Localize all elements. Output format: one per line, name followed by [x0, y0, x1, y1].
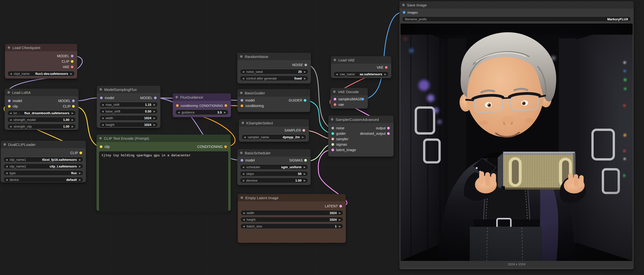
combo-left-arrow-icon[interactable]: ◀	[102, 110, 104, 113]
combo-left-arrow-icon[interactable]: ◀	[6, 172, 8, 174]
widget-sampler-name[interactable]: ◀sampler_namedpmpp_2m▶	[241, 134, 306, 140]
combo-right-arrow-icon[interactable]: ▶	[224, 111, 226, 114]
node-header[interactable]: FluxGuidance	[173, 93, 231, 101]
port-vae-output[interactable]	[71, 66, 74, 68]
combo-right-arrow-icon[interactable]: ▶	[72, 118, 74, 121]
widget-clip-name1[interactable]: ◀clip_name1t5xxl_fp16.safetensors▶	[3, 157, 84, 162]
node-random-noise[interactable]: RandomNoise NOISE ◀noise_seed25▶ ◀contro…	[237, 53, 311, 84]
collapse-dot-icon[interactable]	[176, 96, 178, 98]
combo-right-arrow-icon[interactable]: ▶	[72, 112, 74, 114]
port-guider-output[interactable]	[304, 99, 306, 102]
port-model-output[interactable]	[154, 97, 157, 99]
collapse-dot-icon[interactable]	[8, 91, 10, 94]
node-header[interactable]: SamplerCustomAdvanced	[328, 116, 394, 123]
port-sampler-input[interactable]	[332, 138, 334, 140]
link-sigmas[interactable]	[308, 144, 330, 161]
widget-height[interactable]: ◀height1024▶	[240, 217, 343, 222]
port-model-output[interactable]	[72, 100, 75, 102]
combo-left-arrow-icon[interactable]: ◀	[178, 111, 180, 114]
node-header[interactable]: BasicScheduler	[237, 149, 310, 157]
port-conditioning-output[interactable]	[224, 145, 227, 148]
combo-left-arrow-icon[interactable]: ◀	[242, 77, 244, 80]
port-conditioning-input[interactable]	[176, 104, 179, 107]
port-clip-output[interactable]	[80, 152, 82, 154]
combo-left-arrow-icon[interactable]: ◀	[6, 178, 8, 181]
port-clip-input[interactable]	[8, 105, 11, 108]
combo-left-arrow-icon[interactable]: ◀	[10, 118, 12, 121]
port-sampler-output[interactable]	[302, 129, 305, 132]
collapse-dot-icon[interactable]	[402, 4, 405, 6]
node-dual-clip-loader[interactable]: DualCLIPLoader CLIP ◀clip_name1t5xxl_fp1…	[1, 141, 86, 182]
node-header[interactable]: RandomNoise	[237, 53, 311, 60]
port-image-output[interactable]	[361, 98, 364, 101]
combo-right-arrow-icon[interactable]: ▶	[79, 158, 81, 161]
node-clip-text-encode[interactable]: CLIP Text Encode (Prompt) clipCONDITIONI…	[96, 135, 231, 211]
collapse-dot-icon[interactable]	[242, 122, 244, 124]
link-guider[interactable]	[308, 100, 330, 134]
port-images-input[interactable]	[403, 11, 406, 14]
port-output-output[interactable]	[387, 127, 390, 130]
node-sampler-custom-advanced[interactable]: SamplerCustomAdvanced noiseoutput guider…	[328, 116, 394, 157]
prompt-textarea[interactable]: tjtoy toy holding sparkgpu gpu in a data…	[99, 151, 228, 213]
node-vae-decode[interactable]: VAE Decode samplesIMAGE vae	[330, 88, 368, 109]
collapse-dot-icon[interactable]	[331, 118, 334, 121]
combo-right-arrow-icon[interactable]: ▶	[339, 225, 341, 228]
combo-left-arrow-icon[interactable]: ◀	[244, 136, 246, 138]
port-model-input[interactable]	[100, 97, 103, 99]
combo-right-arrow-icon[interactable]: ▶	[79, 165, 81, 168]
combo-right-arrow-icon[interactable]: ▶	[339, 212, 341, 214]
node-header[interactable]: BasicGuider	[237, 89, 310, 97]
port-sigmas-input[interactable]	[332, 143, 334, 146]
link-image[interactable]	[365, 13, 402, 99]
port-model-input[interactable]	[8, 100, 11, 102]
combo-right-arrow-icon[interactable]: ▶	[154, 117, 156, 119]
port-noise-input[interactable]	[332, 127, 334, 130]
port-model-input[interactable]	[240, 159, 243, 162]
combo-right-arrow-icon[interactable]: ▶	[70, 72, 72, 75]
node-load-lora[interactable]: Load LoRA modelMODEL clipCLIP ◀lor ...fl…	[5, 89, 78, 130]
combo-right-arrow-icon[interactable]: ▶	[79, 172, 81, 174]
node-header[interactable]: DualCLIPLoader	[1, 141, 86, 148]
node-empty-latent-image[interactable]: Empty Latent Image LATENT ◀width1024▶ ◀h…	[238, 194, 346, 243]
combo-left-arrow-icon[interactable]: ◀	[102, 103, 104, 106]
node-model-sampling-flux[interactable]: ModelSamplingFlux modelMODEL ◀max_shift1…	[97, 86, 160, 128]
combo-left-arrow-icon[interactable]: ◀	[242, 70, 244, 73]
combo-right-arrow-icon[interactable]: ▶	[304, 172, 306, 175]
port-model-input[interactable]	[240, 99, 243, 102]
combo-left-arrow-icon[interactable]: ◀	[10, 72, 12, 75]
collapse-dot-icon[interactable]	[334, 59, 336, 61]
widget-vae-name[interactable]: ◀vae_nameae.safetensors▶	[334, 71, 389, 77]
node-header[interactable]: KSamplerSelect	[239, 119, 309, 127]
widget-strength-clip[interactable]: ◀strength_clip1.00▶	[7, 124, 76, 129]
port-clip-output[interactable]	[72, 105, 75, 108]
widget-width[interactable]: ◀width1024▶	[240, 210, 343, 215]
combo-left-arrow-icon[interactable]: ◀	[336, 73, 338, 76]
combo-right-arrow-icon[interactable]: ▶	[304, 77, 306, 80]
node-save-image[interactable]: Save Image images filename_prefixMarkury…	[400, 1, 634, 269]
collapse-dot-icon[interactable]	[240, 55, 242, 58]
combo-right-arrow-icon[interactable]: ▶	[72, 125, 74, 128]
combo-right-arrow-icon[interactable]: ▶	[154, 103, 156, 106]
node-load-checkpoint[interactable]: Load Checkpoint MODEL CLIP VAE ◀ckpt_nam…	[5, 44, 77, 79]
port-latent-image-input[interactable]	[332, 149, 334, 151]
widget-max-shift[interactable]: ◀max_shift1.15▶	[99, 102, 158, 107]
collapse-dot-icon[interactable]	[8, 46, 10, 49]
collapse-dot-icon[interactable]	[240, 152, 242, 154]
node-header[interactable]: ModelSamplingFlux	[97, 86, 160, 93]
node-header[interactable]: Empty Latent Image	[238, 194, 346, 201]
combo-left-arrow-icon[interactable]: ◀	[243, 225, 245, 228]
collapse-dot-icon[interactable]	[100, 88, 102, 91]
port-vae-input[interactable]	[334, 103, 336, 106]
combo-right-arrow-icon[interactable]: ▶	[302, 136, 304, 138]
combo-left-arrow-icon[interactable]: ◀	[6, 165, 8, 168]
node-graph-canvas[interactable]: Load Checkpoint MODEL CLIP VAE ◀ckpt_nam…	[0, 0, 644, 275]
combo-left-arrow-icon[interactable]: ◀	[102, 123, 104, 126]
port-vae-output[interactable]	[385, 66, 388, 69]
widget-type[interactable]: ◀typeflux▶	[3, 170, 84, 176]
widget-height[interactable]: ◀height1024▶	[99, 122, 158, 127]
node-basic-scheduler[interactable]: BasicScheduler modelSIGMAS ◀schedulersgm…	[237, 149, 310, 185]
widget-guidance[interactable]: ◀guidance3.5▶	[175, 110, 228, 115]
collapse-dot-icon[interactable]	[99, 137, 102, 139]
combo-right-arrow-icon[interactable]: ▶	[304, 179, 306, 182]
combo-left-arrow-icon[interactable]: ◀	[243, 218, 245, 221]
